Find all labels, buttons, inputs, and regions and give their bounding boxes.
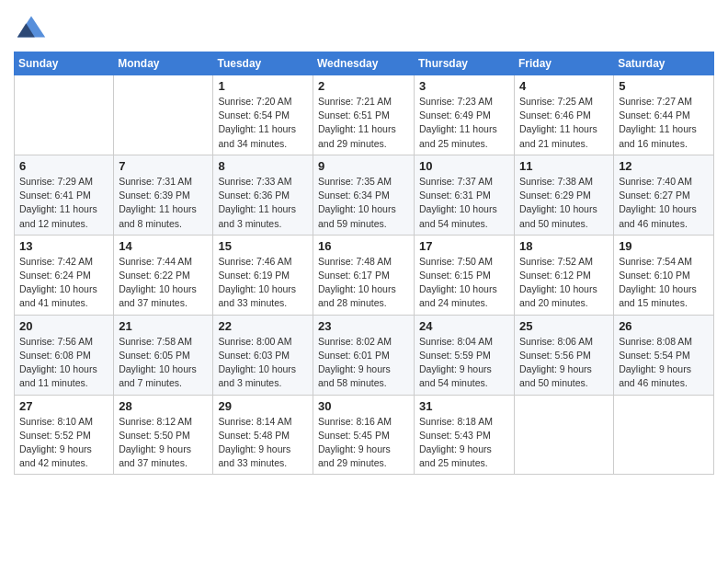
day-number: 10 [419,159,509,173]
day-detail: Sunrise: 7:48 AM Sunset: 6:17 PM Dayligh… [318,255,409,311]
daylight-text: Daylight: 11 hours and 25 minutes. [419,123,497,148]
calendar-cell: 17 Sunrise: 7:50 AM Sunset: 6:15 PM Dayl… [415,235,515,315]
day-number: 23 [318,319,409,333]
sunset-text: Sunset: 6:46 PM [519,109,591,121]
day-number: 11 [519,159,609,173]
calendar-week-row: 27 Sunrise: 8:10 AM Sunset: 5:52 PM Dayl… [15,395,714,475]
sunset-text: Sunset: 6:39 PM [119,190,190,201]
sunset-text: Sunset: 5:45 PM [318,430,390,441]
day-detail: Sunrise: 8:14 AM Sunset: 5:48 PM Dayligh… [218,415,308,471]
day-number: 6 [19,159,108,173]
daylight-text: Daylight: 10 hours and 50 minutes. [519,203,597,228]
calendar-cell [114,75,213,155]
day-number: 5 [619,79,709,93]
sunset-text: Sunset: 6:36 PM [218,190,290,201]
sunrise-text: Sunrise: 7:23 AM [419,96,493,107]
calendar-cell: 4 Sunrise: 7:25 AM Sunset: 6:46 PM Dayli… [515,75,614,155]
daylight-text: Daylight: 10 hours and 33 minutes. [218,283,296,308]
day-number: 24 [419,319,509,333]
sunrise-text: Sunrise: 7:25 AM [519,96,593,107]
day-number: 9 [318,159,409,173]
day-detail: Sunrise: 7:50 AM Sunset: 6:15 PM Dayligh… [419,255,509,311]
sunrise-text: Sunrise: 7:35 AM [318,176,392,187]
calendar-week-row: 20 Sunrise: 7:56 AM Sunset: 6:08 PM Dayl… [15,315,714,395]
day-detail: Sunrise: 7:38 AM Sunset: 6:29 PM Dayligh… [519,175,609,231]
day-detail: Sunrise: 8:16 AM Sunset: 5:45 PM Dayligh… [318,415,409,471]
sunrise-text: Sunrise: 7:54 AM [619,256,692,267]
day-detail: Sunrise: 8:04 AM Sunset: 5:59 PM Dayligh… [419,335,509,391]
calendar-cell: 18 Sunrise: 7:52 AM Sunset: 6:12 PM Dayl… [515,235,614,315]
sunset-text: Sunset: 6:31 PM [419,190,491,201]
weekday-header: Tuesday [213,52,313,75]
sunrise-text: Sunrise: 8:06 AM [519,336,593,347]
sunrise-text: Sunrise: 7:37 AM [419,176,493,187]
sunrise-text: Sunrise: 7:33 AM [218,176,291,187]
sunrise-text: Sunrise: 8:18 AM [419,416,493,427]
weekday-header: Friday [515,52,614,75]
daylight-text: Daylight: 10 hours and 46 minutes. [619,203,697,228]
sunset-text: Sunset: 6:27 PM [619,190,690,201]
calendar-table: SundayMondayTuesdayWednesdayThursdayFrid… [14,52,714,475]
daylight-text: Daylight: 10 hours and 11 minutes. [19,363,97,388]
sunrise-text: Sunrise: 7:50 AM [419,256,493,267]
daylight-text: Daylight: 10 hours and 20 minutes. [519,283,597,308]
day-number: 14 [119,239,208,253]
calendar-cell: 28 Sunrise: 8:12 AM Sunset: 5:50 PM Dayl… [114,395,213,475]
calendar-cell: 14 Sunrise: 7:44 AM Sunset: 6:22 PM Dayl… [114,235,213,315]
calendar-cell: 30 Sunrise: 8:16 AM Sunset: 5:45 PM Dayl… [313,395,415,475]
day-number: 12 [619,159,709,173]
calendar-cell: 13 Sunrise: 7:42 AM Sunset: 6:24 PM Dayl… [15,235,114,315]
day-number: 7 [119,159,208,173]
sunset-text: Sunset: 6:12 PM [519,270,591,281]
daylight-text: Daylight: 10 hours and 28 minutes. [318,283,396,308]
day-detail: Sunrise: 7:37 AM Sunset: 6:31 PM Dayligh… [419,175,509,231]
day-detail: Sunrise: 7:35 AM Sunset: 6:34 PM Dayligh… [318,175,409,231]
sunset-text: Sunset: 6:34 PM [318,190,390,201]
sunset-text: Sunset: 6:44 PM [619,109,690,121]
sunrise-text: Sunrise: 7:58 AM [119,336,192,347]
day-detail: Sunrise: 8:02 AM Sunset: 6:01 PM Dayligh… [318,335,409,391]
calendar-cell: 6 Sunrise: 7:29 AM Sunset: 6:41 PM Dayli… [15,155,114,235]
day-detail: Sunrise: 7:58 AM Sunset: 6:05 PM Dayligh… [119,335,208,391]
day-number: 21 [119,319,208,333]
sunrise-text: Sunrise: 8:12 AM [119,416,192,427]
day-number: 26 [619,319,709,333]
daylight-text: Daylight: 9 hours and 37 minutes. [119,443,191,468]
day-number: 29 [218,399,308,413]
header [14,9,714,44]
sunrise-text: Sunrise: 7:29 AM [19,176,93,187]
sunset-text: Sunset: 5:43 PM [419,430,491,441]
sunrise-text: Sunrise: 7:46 AM [218,256,291,267]
day-detail: Sunrise: 7:31 AM Sunset: 6:39 PM Dayligh… [119,175,208,231]
sunrise-text: Sunrise: 8:08 AM [619,336,692,347]
sunset-text: Sunset: 6:10 PM [619,270,690,281]
day-detail: Sunrise: 7:46 AM Sunset: 6:19 PM Dayligh… [218,255,308,311]
sunrise-text: Sunrise: 7:48 AM [318,256,392,267]
calendar-week-row: 1 Sunrise: 7:20 AM Sunset: 6:54 PM Dayli… [15,75,714,155]
calendar-cell: 10 Sunrise: 7:37 AM Sunset: 6:31 PM Dayl… [415,155,515,235]
day-number: 22 [218,319,308,333]
sunset-text: Sunset: 5:52 PM [19,430,91,441]
sunrise-text: Sunrise: 8:16 AM [318,416,392,427]
day-number: 25 [519,319,609,333]
calendar-cell: 29 Sunrise: 8:14 AM Sunset: 5:48 PM Dayl… [213,395,313,475]
sunrise-text: Sunrise: 8:14 AM [218,416,291,427]
day-detail: Sunrise: 8:12 AM Sunset: 5:50 PM Dayligh… [119,415,208,471]
daylight-text: Daylight: 10 hours and 7 minutes. [119,363,197,388]
day-detail: Sunrise: 8:06 AM Sunset: 5:56 PM Dayligh… [519,335,609,391]
calendar-cell: 31 Sunrise: 8:18 AM Sunset: 5:43 PM Dayl… [415,395,515,475]
daylight-text: Daylight: 11 hours and 12 minutes. [19,203,97,228]
daylight-text: Daylight: 10 hours and 54 minutes. [419,203,497,228]
day-detail: Sunrise: 7:23 AM Sunset: 6:49 PM Dayligh… [419,95,509,151]
day-detail: Sunrise: 7:52 AM Sunset: 6:12 PM Dayligh… [519,255,609,311]
day-detail: Sunrise: 7:29 AM Sunset: 6:41 PM Dayligh… [19,175,108,231]
weekday-header: Thursday [415,52,515,75]
sunset-text: Sunset: 5:54 PM [619,350,690,361]
daylight-text: Daylight: 9 hours and 46 minutes. [619,363,691,388]
calendar-cell: 9 Sunrise: 7:35 AM Sunset: 6:34 PM Dayli… [313,155,415,235]
calendar-cell: 5 Sunrise: 7:27 AM Sunset: 6:44 PM Dayli… [614,75,714,155]
day-number: 20 [19,319,108,333]
sunset-text: Sunset: 6:24 PM [19,270,91,281]
calendar-cell: 24 Sunrise: 8:04 AM Sunset: 5:59 PM Dayl… [415,315,515,395]
daylight-text: Daylight: 10 hours and 37 minutes. [119,283,197,308]
